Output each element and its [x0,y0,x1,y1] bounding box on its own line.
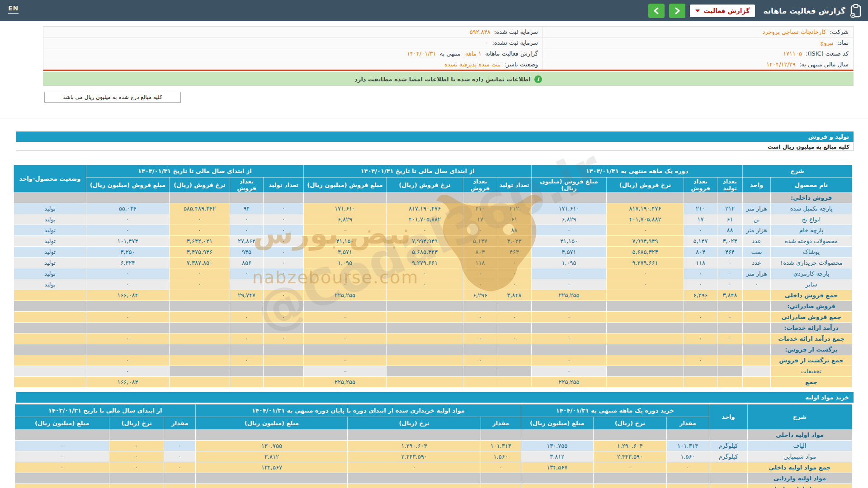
value-cell: ۶۱ [717,214,743,225]
clipboard-icon [850,4,862,18]
cell [386,192,463,203]
value-cell: ۳,۸۴۸ [497,290,531,301]
value-cell [684,377,717,388]
section-label-cell: مواد اوليه وارداتی [747,473,852,484]
amounts-unit-box: کلیه مبالغ درج شده به میلیون ریال می باش… [44,92,181,103]
unit-cell [743,366,771,377]
production-sales-table: شرحدوره یک ماهه منتهی به ۱۴۰۴/۰۱/۳۱از اب… [14,164,852,388]
cell [14,301,86,312]
value-cell: ۱,۲۹۰,۶۰۴ [348,441,481,451]
column-header: مواد اولیه خریداری شده از ابتدای دوره تا… [196,404,521,417]
value-cell: ۰ [230,355,263,366]
status-cell: توليد [14,247,86,258]
table-row: محصولات خريداري شده۱عدد۰۱۱۸۹,۲۷۹,۶۶۱۱,۰۹… [14,258,852,268]
cell [463,323,497,333]
cell [531,344,606,355]
value-cell: ۴۱,۱۵۰ [531,236,606,247]
table-row: فروش صادراتي: [14,301,852,312]
value-cell: ۸۱۷,۱۹۰,۴۷۶ [607,203,684,214]
unit-cell: کيلوگرم [709,451,747,462]
panel-divider [0,118,868,118]
cell [709,430,747,441]
cell [743,301,771,312]
cell [743,344,771,355]
table-row: جمع مواد اوليه وارداتی۰۰۰۰۰۰۰۰۰ [15,484,852,488]
value-cell: ۳,۲۵۰ [86,247,169,258]
value-cell: ۰ [303,225,386,236]
value-cell: ۲۷,۸۶۲ [230,236,263,247]
cell [607,323,684,333]
value-cell: ۱۶۶,۰۸۴ [86,377,169,388]
cell [230,344,263,355]
cell [607,192,684,203]
value-cell: ۱,۰۹۵ [531,258,606,268]
report-type-dropdown[interactable]: گزارش فعالیت [690,5,755,17]
value-cell: ۰ [303,279,386,290]
unit-cell [743,312,771,323]
value-cell: ۴۱,۱۵۰ [303,236,386,247]
value-cell: ۰ [303,312,386,323]
value-cell: ۸۰۴ [684,247,717,258]
next-report-button[interactable] [669,4,685,18]
value-cell: ۸۱۷,۱۹۰,۴۷۶ [386,203,463,214]
value-cell: ۰ [463,279,497,290]
value-cell [463,366,497,377]
column-header: مقدار [666,417,709,430]
issuer-status-field: وضعیت ناشر: ثبت شده پذیرفته نشده [43,59,542,70]
value-cell: ۵۸۵,۴۸۹,۳۶۲ [169,203,230,214]
value-cell: ۲۱۲ [497,203,531,214]
value-cell [386,333,463,344]
million-rial-note: کلیه مبالغ به میلیون ریال است [16,142,854,151]
cell [593,473,666,484]
table-row: اليافکيلوگرم۱۰۱,۳۱۳۱,۲۹۰,۶۰۴۱۳۰,۷۵۵۱۰۱,۳… [15,441,852,451]
value-cell: ۷,۹۹۴,۹۴۹ [386,236,463,247]
value-cell: ۰ [348,484,481,488]
total-label-cell: جمع مواد اوليه وارداتی [747,484,852,488]
table-row: جمع درآمد ارائه خدمات۰۰۰۰۰۰۰۰۰ [14,333,852,344]
column-header: شرح [747,404,852,430]
value-cell: ۴۰۱,۷۰۵,۸۸۲ [386,214,463,225]
unit-cell: تن [743,214,771,225]
cell [666,430,709,441]
value-cell: ۰ [169,225,230,236]
value-cell: ۰ [15,484,109,488]
value-cell: ۰ [531,366,606,377]
value-cell: ۰ [497,258,531,268]
value-cell: ۰ [481,484,521,488]
value-cell: ۰ [717,333,743,344]
field-label: سرمایه ثبت شده: [494,28,538,35]
status-cell [14,290,86,301]
cell [15,473,109,484]
table-row: انواع نختن۶۱۱۷۴۰۱,۷۰۵,۸۸۲۶,۸۲۹۶۱۱۷۴۰۱,۷۰… [14,214,852,225]
status-cell: توليد [14,258,86,268]
value-cell: ۰ [15,451,109,462]
value-cell: ۰ [263,203,303,214]
field-value: نبروج [820,39,833,46]
value-cell: ۰ [521,484,593,488]
value-cell [497,377,531,388]
value-cell: ۳,۴۷۵,۹۳۶ [169,247,230,258]
value-cell: ۰ [386,225,463,236]
section-label-cell: فروش داخلي: [771,192,852,203]
prev-report-button[interactable] [648,4,665,18]
value-cell [169,290,230,301]
value-cell [169,366,230,377]
production-sales-section-bar: تولید و فروش [16,131,854,142]
value-cell: ۰ [303,366,386,377]
value-cell: ۲۱۰ [463,203,497,214]
table-row: پارچه تکميل شدههزار متر۲۱۲۲۱۰۸۱۷,۱۹۰,۴۷۶… [14,203,852,214]
table-row: جمع فروش صادراتی۰۰۰۰۰۰۰۰۰ [14,312,852,323]
value-cell [386,366,463,377]
value-cell: ۰ [109,484,164,488]
value-cell: ۰ [607,225,684,236]
value-cell: ۰ [164,462,196,473]
column-header: مبلغ فروش (میلیون ریال) [303,178,386,192]
value-cell [263,355,303,366]
language-toggle[interactable]: EN [8,5,19,14]
value-cell: ۰ [86,214,169,225]
value-cell: ۱۰۱,۳۱۳ [666,441,709,451]
field-label: وضعیت ناشر: [505,61,538,68]
table-row: درآمد ارائه خدمات: [14,323,852,333]
value-cell: ۹۴ [230,203,263,214]
field-value: ۰ [485,39,488,46]
